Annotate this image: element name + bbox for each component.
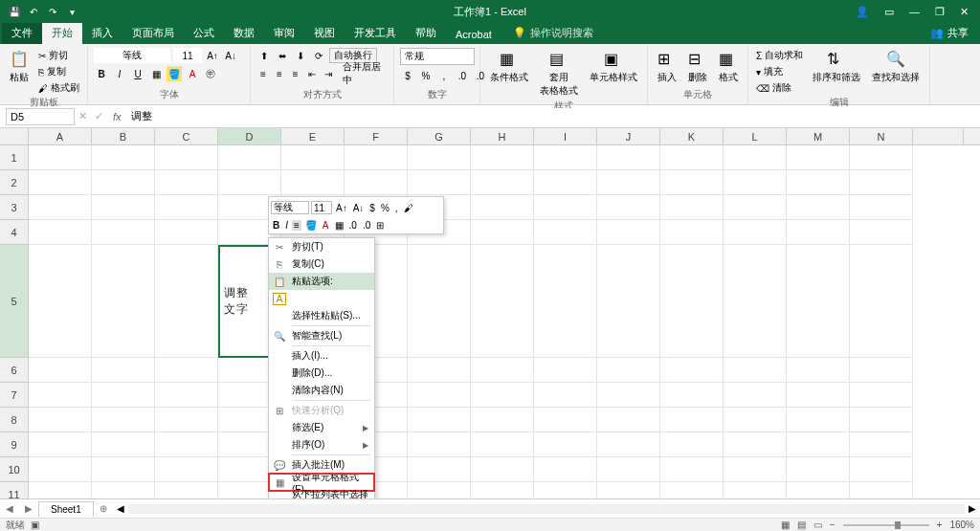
cell[interactable] xyxy=(787,170,850,195)
cell[interactable] xyxy=(29,383,92,408)
cell[interactable] xyxy=(660,432,724,457)
qat-customize-icon[interactable]: ▾ xyxy=(65,5,78,18)
cell[interactable] xyxy=(408,432,471,457)
col-header[interactable]: A xyxy=(29,128,92,144)
mini-percent-icon[interactable]: % xyxy=(379,203,391,213)
sort-filter-button[interactable]: ⇅排序和筛选 xyxy=(809,48,864,86)
cell[interactable] xyxy=(29,170,92,195)
cell[interactable] xyxy=(408,170,471,195)
cm-insert[interactable]: 插入(I)... xyxy=(269,347,374,365)
cell[interactable] xyxy=(471,145,534,170)
cell[interactable] xyxy=(534,358,597,383)
cell[interactable] xyxy=(29,245,92,358)
currency-icon[interactable]: $ xyxy=(400,68,415,83)
cell[interactable] xyxy=(724,383,787,408)
zoom-in-icon[interactable]: + xyxy=(937,520,943,530)
row-header[interactable]: 5 xyxy=(0,245,29,358)
cell[interactable] xyxy=(471,432,534,457)
cell[interactable] xyxy=(597,145,660,170)
cell[interactable] xyxy=(787,408,850,432)
cell[interactable] xyxy=(92,408,155,432)
cell[interactable] xyxy=(850,245,913,358)
mini-font-size[interactable]: 11 xyxy=(311,201,332,214)
hscroll-right[interactable]: ▶ xyxy=(969,503,976,514)
format-cells-button[interactable]: ▦格式 xyxy=(715,48,742,86)
font-size-combo[interactable]: 11 xyxy=(173,48,202,63)
sheet-nav-prev[interactable]: ◀ xyxy=(0,503,19,514)
col-header[interactable]: E xyxy=(281,128,345,144)
cell[interactable] xyxy=(660,245,724,358)
cm-filter[interactable]: 筛选(E)▶ xyxy=(269,419,374,436)
cell[interactable] xyxy=(155,383,218,408)
cell[interactable] xyxy=(660,170,724,195)
align-top-icon[interactable]: ⬆ xyxy=(256,48,272,63)
font-name-combo[interactable]: 等线 xyxy=(94,48,170,63)
col-header[interactable]: L xyxy=(724,128,787,144)
cell[interactable] xyxy=(408,245,471,358)
col-header[interactable]: F xyxy=(345,128,408,144)
cell[interactable] xyxy=(29,432,92,457)
ribbon-display-icon[interactable]: ▭ xyxy=(884,6,894,18)
align-center-icon[interactable]: ≡ xyxy=(273,66,286,81)
tab-view[interactable]: 视图 xyxy=(304,22,345,44)
cell[interactable] xyxy=(850,358,913,383)
align-bottom-icon[interactable]: ⬇ xyxy=(293,48,308,63)
cell[interactable] xyxy=(408,358,471,383)
hscroll-left[interactable]: ◀ xyxy=(117,503,124,514)
cell[interactable] xyxy=(29,145,92,170)
tellme-search[interactable]: 💡 操作说明搜索 xyxy=(513,26,593,44)
mini-decrease-font-icon[interactable]: A↓ xyxy=(351,203,367,213)
mini-bold-icon[interactable]: B xyxy=(271,220,281,231)
mini-merge-icon[interactable]: ⊞ xyxy=(374,220,386,231)
conditional-format-button[interactable]: ▦条件格式 xyxy=(486,48,532,86)
mini-currency-icon[interactable]: $ xyxy=(368,203,377,213)
bold-icon[interactable]: B xyxy=(94,66,109,81)
cell[interactable] xyxy=(29,195,92,220)
name-box[interactable] xyxy=(6,108,75,125)
cell[interactable] xyxy=(850,170,913,195)
select-all-corner[interactable] xyxy=(0,128,29,144)
vscroll-up[interactable] xyxy=(963,128,980,144)
tab-home[interactable]: 开始 xyxy=(42,22,82,44)
maximize-button[interactable]: ❐ xyxy=(935,6,945,18)
mini-comma-icon[interactable]: , xyxy=(393,203,400,213)
decrease-font-icon[interactable]: A↓ xyxy=(223,48,238,63)
cell[interactable] xyxy=(534,145,597,170)
col-header[interactable]: H xyxy=(471,128,534,144)
cell[interactable] xyxy=(345,170,408,195)
cell[interactable] xyxy=(408,145,471,170)
increase-indent-icon[interactable]: ⇥ xyxy=(322,66,335,81)
zoom-out-icon[interactable]: − xyxy=(830,520,835,530)
cell[interactable] xyxy=(724,432,787,457)
cell[interactable] xyxy=(534,408,597,432)
cell[interactable] xyxy=(92,195,155,220)
insert-cells-button[interactable]: ⊞插入 xyxy=(654,48,680,86)
copy-button[interactable]: ⎘复制 xyxy=(36,64,81,79)
fill-color-icon[interactable]: 🪣 xyxy=(167,66,182,81)
tab-developer[interactable]: 开发工具 xyxy=(345,22,406,44)
cell[interactable] xyxy=(155,408,218,432)
cell[interactable] xyxy=(787,245,850,358)
italic-icon[interactable]: I xyxy=(112,66,127,81)
minimize-button[interactable]: — xyxy=(909,6,920,18)
col-header[interactable]: C xyxy=(155,128,218,144)
row-header[interactable]: 6 xyxy=(0,358,29,383)
user-account-icon[interactable]: 👤 xyxy=(856,6,869,18)
cell[interactable] xyxy=(597,220,660,245)
col-header[interactable]: I xyxy=(534,128,597,144)
increase-decimal-icon[interactable]: .0 xyxy=(455,68,470,83)
cancel-formula-icon[interactable]: ✕ xyxy=(75,110,91,122)
align-left-icon[interactable]: ≡ xyxy=(256,66,270,81)
close-button[interactable]: ✕ xyxy=(960,6,969,18)
col-header[interactable]: N xyxy=(850,128,913,144)
row-header[interactable]: 2 xyxy=(0,170,29,195)
mini-font-color-icon[interactable]: A xyxy=(321,220,331,231)
cell[interactable] xyxy=(534,383,597,408)
hscroll-track[interactable] xyxy=(128,504,965,514)
tab-data[interactable]: 数据 xyxy=(224,22,264,44)
col-header[interactable]: K xyxy=(660,128,724,144)
pinyin-icon[interactable]: ㊥ xyxy=(203,66,218,81)
sheet-tab-1[interactable]: Sheet1 xyxy=(38,501,94,517)
find-select-button[interactable]: 🔍查找和选择 xyxy=(868,48,924,86)
cell[interactable] xyxy=(218,170,281,195)
